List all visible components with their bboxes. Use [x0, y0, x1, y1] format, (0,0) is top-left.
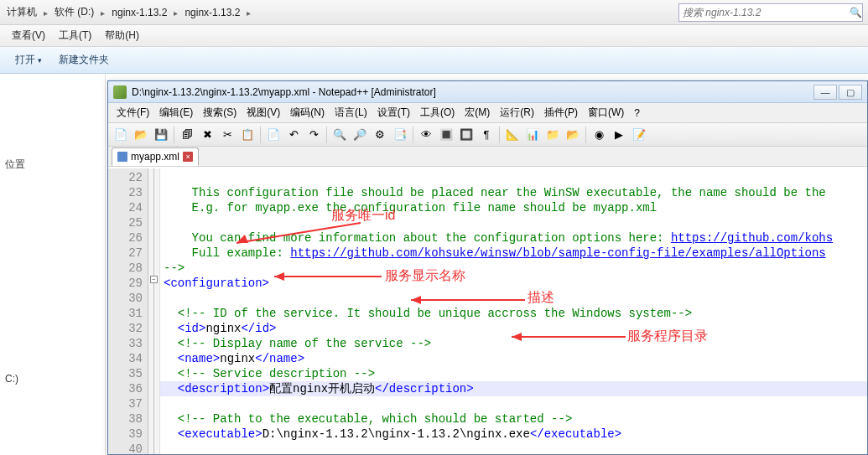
toolbar-button[interactable]: ▶ — [610, 126, 628, 144]
titlebar[interactable]: D:\nginx-1.13.2\nginx-1.13.2\myapp.xml -… — [108, 81, 867, 103]
menu-tools[interactable]: 工具(T) — [52, 28, 98, 43]
toolbar-button[interactable]: 💾 — [152, 126, 170, 144]
file-tab[interactable]: myapp.xml × — [112, 147, 199, 166]
toolbar-button[interactable]: 🔲 — [457, 126, 476, 144]
code-line[interactable]: <!-- Display name of the service --> — [160, 336, 867, 351]
code-line[interactable] — [160, 396, 867, 411]
tab-label: myapp.xml — [131, 151, 179, 163]
explorer-menu: 查看(V) 工具(T) 帮助(H) — [0, 25, 868, 47]
menu-view[interactable]: 查看(V) — [5, 28, 52, 43]
toolbar-button[interactable]: 📝 — [630, 126, 648, 144]
line-number: 31 — [108, 306, 148, 321]
menu-search[interactable]: 搜索(S) — [198, 106, 242, 120]
code-line[interactable]: <executable>D:\nginx-1.13.2\nginx-1.13.2… — [160, 427, 867, 442]
line-number: 38 — [108, 411, 148, 427]
code-line[interactable]: <id>nginx</id> — [160, 321, 867, 336]
toolbar-button[interactable]: 📑 — [391, 126, 409, 144]
npp-menubar: 文件(F) 编辑(E) 搜索(S) 视图(V) 编码(N) 语言(L) 设置(T… — [108, 103, 867, 123]
line-number: 30 — [108, 291, 148, 306]
explorer-search[interactable]: 🔍 — [678, 3, 863, 22]
line-number: 39 — [108, 427, 148, 442]
code-line[interactable]: <!-- Service description --> — [160, 366, 867, 381]
editor-area[interactable]: 2223242526272829303132333435363738394041… — [108, 168, 867, 454]
toolbar-button[interactable]: ◉ — [590, 126, 608, 144]
menu-run[interactable]: 运行(R) — [495, 106, 539, 120]
line-number: 22 — [108, 170, 148, 185]
toolbar-button[interactable]: 🔍 — [330, 126, 349, 144]
minimize-button[interactable]: — — [813, 85, 837, 100]
code-line[interactable]: <name>nginx</name> — [160, 351, 867, 366]
line-number: 28 — [108, 261, 148, 276]
toolbar-button[interactable]: ↷ — [304, 126, 323, 144]
breadcrumb-item[interactable]: nginx-1.13.2 — [110, 7, 169, 18]
maximize-button[interactable]: ▢ — [839, 85, 862, 100]
toolbar-button[interactable]: 🔳 — [437, 126, 455, 144]
code-area[interactable]: This configuration file should be placed… — [160, 168, 867, 454]
menu-help[interactable]: ? — [629, 107, 645, 119]
code-line[interactable]: <!-- Path to the executable, which shoul… — [160, 411, 867, 427]
code-line[interactable] — [160, 442, 867, 454]
toolbar-button[interactable]: ↶ — [284, 126, 303, 144]
toolbar-button[interactable]: 📊 — [523, 126, 542, 144]
code-line[interactable] — [160, 170, 867, 185]
code-line[interactable]: E.g. for myapp.exe the configuration fil… — [160, 200, 867, 215]
line-number: 23 — [108, 185, 148, 200]
toolbar-button[interactable]: ✂ — [218, 126, 236, 144]
toolbar-button[interactable]: 🔎 — [351, 126, 369, 144]
fold-column[interactable]: − — [148, 168, 160, 454]
toolbar-button[interactable]: ⚙ — [371, 126, 389, 144]
search-input[interactable] — [679, 7, 850, 18]
breadcrumb-item[interactable]: 计算机 — [5, 5, 39, 19]
toolbar-button[interactable]: 📂 — [132, 126, 150, 144]
breadcrumb-item[interactable]: nginx-1.13.2 — [183, 7, 242, 18]
toolbar-button[interactable]: 📄 — [264, 126, 283, 144]
fold-toggle-icon[interactable]: − — [150, 276, 158, 283]
menu-file[interactable]: 文件(F) — [112, 106, 154, 120]
code-line[interactable]: --> — [160, 261, 867, 276]
code-line[interactable] — [160, 291, 867, 306]
toolbar-button[interactable]: 📐 — [503, 126, 522, 144]
tab-bar: myapp.xml × — [108, 147, 867, 167]
code-line[interactable]: <configuration> — [160, 276, 867, 291]
menu-language[interactable]: 语言(L) — [330, 106, 372, 120]
line-number: 33 — [108, 336, 148, 351]
menu-settings[interactable]: 设置(T) — [372, 106, 415, 120]
menu-tools[interactable]: 工具(O) — [415, 106, 460, 120]
npp-toolbar: 📄📂💾🗐✖✂📋📄↶↷🔍🔎⚙📑👁🔳🔲¶📐📊📁📂◉▶📝 — [108, 123, 867, 147]
toolbar-button[interactable]: 📁 — [543, 126, 562, 144]
menu-plugins[interactable]: 插件(P) — [539, 106, 583, 120]
code-line[interactable]: <!-- ID of the service. It should be uni… — [160, 306, 867, 321]
toolbar-button[interactable]: 👁 — [417, 126, 435, 144]
toolbar-button[interactable]: 🗐 — [178, 126, 196, 144]
toolbar-button[interactable]: 📂 — [564, 126, 582, 144]
code-line[interactable]: Full example: https://github.com/kohsuke… — [160, 246, 867, 261]
menu-view[interactable]: 视图(V) — [242, 106, 285, 120]
tab-close-icon[interactable]: × — [183, 152, 193, 162]
code-line[interactable] — [160, 215, 867, 230]
line-number: 35 — [108, 366, 148, 381]
toolbar-button[interactable]: ✖ — [198, 126, 216, 144]
menu-encoding[interactable]: 编码(N) — [285, 106, 330, 120]
explorer-toolbar: 打开 新建文件夹 — [0, 47, 868, 74]
toolbar-button[interactable]: 📄 — [112, 126, 130, 144]
breadcrumb-item[interactable]: 软件 (D:) — [53, 5, 96, 19]
code-line[interactable]: You can find more information about the … — [160, 230, 867, 246]
menu-help[interactable]: 帮助(H) — [98, 28, 146, 43]
open-button[interactable]: 打开 — [7, 53, 50, 67]
search-icon[interactable]: 🔍 — [850, 7, 862, 18]
toolbar-button[interactable]: 📋 — [238, 126, 257, 144]
line-number: 36 — [108, 381, 148, 396]
menu-edit[interactable]: 编辑(E) — [154, 106, 198, 120]
menu-macro[interactable]: 宏(M) — [460, 106, 495, 120]
notepad-window: D:\nginx-1.13.2\nginx-1.13.2\myapp.xml -… — [107, 80, 868, 455]
app-icon — [113, 85, 127, 99]
code-line[interactable]: This configuration file should be placed… — [160, 185, 867, 200]
breadcrumb[interactable]: 计算机 软件 (D:) nginx-1.13.2 nginx-1.13.2 — [5, 5, 673, 19]
explorer-sidebar: 位置 C:) — [0, 74, 106, 455]
menu-window[interactable]: 窗口(W) — [583, 106, 629, 120]
line-number: 32 — [108, 321, 148, 336]
new-folder-button[interactable]: 新建文件夹 — [50, 53, 117, 67]
toolbar-button[interactable]: ¶ — [477, 126, 496, 144]
line-number: 40 — [108, 442, 148, 455]
code-line[interactable]: <description>配置nginx开机启动</description> — [160, 381, 867, 396]
